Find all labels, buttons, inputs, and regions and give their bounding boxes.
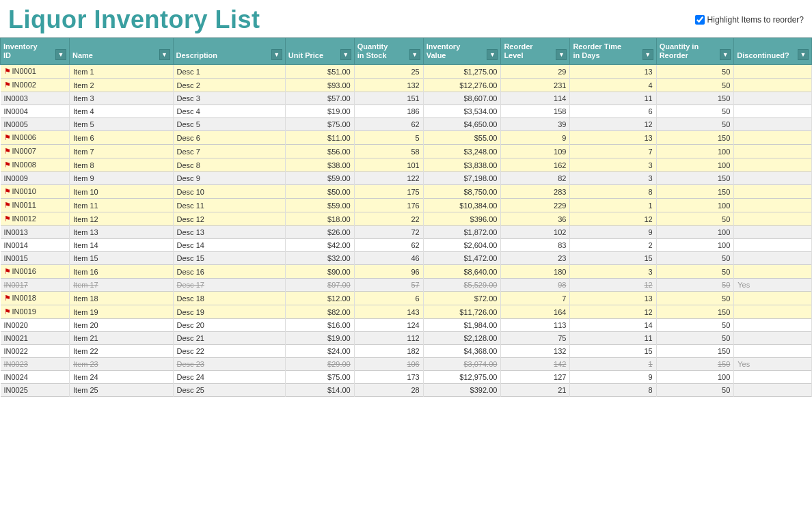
cell-reorder-time: 15 (570, 345, 656, 358)
cell-id: ⚑IN0016 (1, 265, 70, 279)
cell-qty-reorder: 150 (656, 185, 734, 199)
cell-inv-value: $1,872.00 (423, 226, 501, 239)
cell-reorder-level: 113 (501, 319, 570, 332)
cell-inv-value: $12,276.00 (423, 79, 501, 92)
cell-id: IN0005 (1, 118, 70, 131)
cell-unit-price: $75.00 (285, 118, 354, 131)
cell-reorder-level: 114 (501, 92, 570, 105)
cell-discontinued (734, 319, 812, 332)
cell-inv-value: $1,275.00 (423, 65, 501, 79)
filter-discontinued[interactable]: ▼ (798, 49, 809, 60)
cell-id: IN0021 (1, 332, 70, 345)
cell-unit-price: $93.00 (285, 79, 354, 92)
cell-qty-reorder: 50 (656, 384, 734, 397)
cell-desc: Desc 22 (173, 345, 285, 358)
cell-inv-value: $3,248.00 (423, 145, 501, 158)
table-row: IN0024Item 24Desc 24$75.00173$12,975.001… (1, 371, 812, 384)
cell-reorder-level: 283 (501, 185, 570, 199)
th-qty-stock: Quantityin Stock ▼ (354, 38, 423, 65)
cell-qty-reorder: 50 (656, 319, 734, 332)
cell-name: Item 10 (70, 185, 174, 199)
table-row: IN0020Item 20Desc 20$16.00124$1,984.0011… (1, 319, 812, 332)
cell-reorder-time: 8 (570, 384, 656, 397)
cell-desc: Desc 25 (173, 384, 285, 397)
cell-qty-stock: 25 (354, 65, 423, 79)
cell-reorder-level: 127 (501, 371, 570, 384)
cell-inv-value: $12,975.00 (423, 371, 501, 384)
cell-desc: Desc 1 (173, 65, 285, 79)
cell-inv-value: $3,074.00 (423, 358, 501, 371)
cell-discontinued (734, 105, 812, 118)
cell-name: Item 13 (70, 226, 174, 239)
cell-qty-reorder: 100 (656, 199, 734, 212)
th-desc: Description ▼ (173, 38, 285, 65)
flag-icon: ⚑ (4, 147, 11, 155)
filter-qty-stock[interactable]: ▼ (409, 49, 420, 60)
cell-name: Item 1 (70, 65, 174, 79)
cell-discontinued (734, 158, 812, 172)
cell-qty-stock: 62 (354, 118, 423, 131)
flag-icon: ⚑ (4, 201, 11, 209)
th-reorder-level: ReorderLevel ▼ (501, 38, 570, 65)
filter-unit[interactable]: ▼ (340, 49, 351, 60)
filter-inv-val[interactable]: ▼ (487, 49, 498, 60)
filter-name[interactable]: ▼ (159, 49, 170, 60)
cell-name: Item 7 (70, 145, 174, 158)
cell-reorder-level: 83 (501, 239, 570, 252)
highlight-label[interactable]: Highlight Items to reorder? (707, 15, 804, 25)
cell-qty-reorder: 150 (656, 345, 734, 358)
cell-qty-reorder: 50 (656, 118, 734, 131)
filter-desc[interactable]: ▼ (271, 49, 282, 60)
cell-discontinued (734, 345, 812, 358)
cell-inv-value: $3,838.00 (423, 158, 501, 172)
cell-discontinued (734, 92, 812, 105)
highlight-checkbox[interactable] (695, 15, 705, 25)
cell-desc: Desc 20 (173, 319, 285, 332)
cell-name: Item 9 (70, 172, 174, 185)
cell-name: Item 19 (70, 305, 174, 319)
cell-reorder-level: 21 (501, 384, 570, 397)
table-row: IN0003Item 3Desc 3$57.00151$8,607.001141… (1, 92, 812, 105)
cell-qty-reorder: 150 (656, 131, 734, 145)
cell-reorder-time: 2 (570, 239, 656, 252)
cell-qty-stock: 96 (354, 265, 423, 279)
cell-name: Item 3 (70, 92, 174, 105)
flag-icon: ⚑ (4, 133, 11, 141)
cell-desc: Desc 3 (173, 92, 285, 105)
table-body: ⚑IN0001Item 1Desc 1$51.0025$1,275.002913… (1, 65, 812, 397)
cell-reorder-time: 12 (570, 212, 656, 226)
cell-id: ⚑IN0018 (1, 292, 70, 305)
cell-inv-value: $10,384.00 (423, 199, 501, 212)
cell-id: IN0022 (1, 345, 70, 358)
filter-reorder-time[interactable]: ▼ (642, 49, 653, 60)
cell-reorder-time: 12 (570, 118, 656, 131)
table-row: ⚑IN0007Item 7Desc 7$56.0058$3,248.001097… (1, 145, 812, 158)
cell-desc: Desc 18 (173, 292, 285, 305)
cell-reorder-time: 7 (570, 145, 656, 158)
cell-id: IN0009 (1, 172, 70, 185)
cell-id: ⚑IN0002 (1, 79, 70, 92)
cell-qty-reorder: 150 (656, 305, 734, 319)
cell-unit-price: $16.00 (285, 319, 354, 332)
cell-discontinued (734, 212, 812, 226)
cell-reorder-time: 13 (570, 131, 656, 145)
filter-id[interactable]: ▼ (55, 49, 66, 60)
table-row: IN0017Item 17Desc 17$97.0057$5,529.00981… (1, 279, 812, 292)
flag-icon: ⚑ (4, 214, 11, 223)
cell-inv-value: $8,607.00 (423, 92, 501, 105)
cell-name: Item 8 (70, 158, 174, 172)
cell-id: ⚑IN0019 (1, 305, 70, 319)
cell-name: Item 14 (70, 239, 174, 252)
cell-inv-value: $2,604.00 (423, 239, 501, 252)
cell-discontinued (734, 332, 812, 345)
table-header-row: InventoryID ▼ Name ▼ Description ▼ (1, 38, 812, 65)
cell-id: IN0004 (1, 105, 70, 118)
table-row: IN0023Item 23Desc 23$29.00106$3,074.0014… (1, 358, 812, 371)
table-row: IN0013Item 13Desc 13$26.0072$1,872.00102… (1, 226, 812, 239)
cell-id: IN0015 (1, 252, 70, 265)
table-row: IN0015Item 15Desc 15$32.0046$1,472.00231… (1, 252, 812, 265)
filter-reorder-lvl[interactable]: ▼ (556, 49, 567, 60)
cell-qty-stock: 182 (354, 345, 423, 358)
cell-name: Item 11 (70, 199, 174, 212)
filter-qty-reorder[interactable]: ▼ (720, 49, 731, 60)
